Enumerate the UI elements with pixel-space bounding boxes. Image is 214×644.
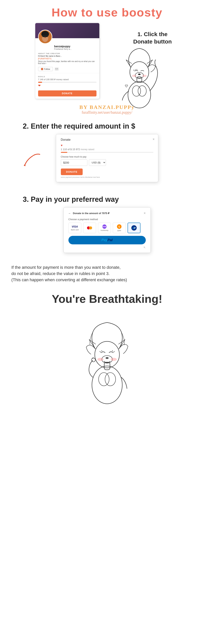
donate-button-card[interactable]: DONATE	[38, 90, 96, 96]
goals-section: GOALS 7 146 of 100 000 ₽ money raised ❤	[35, 74, 99, 89]
furry-character-step1	[101, 38, 177, 110]
svg-point-35	[97, 358, 103, 361]
bank-card-label: Bank card	[71, 229, 79, 231]
dialog-small-text: some payment processor terms disclaimer …	[61, 176, 153, 178]
svg-line-20	[135, 69, 136, 70]
dialog-input-row: USD ($)EUR (€)RUB (₽)	[61, 159, 153, 166]
step2-section: 2. Enter the required amount in $ Donate…	[0, 114, 214, 188]
profile-banner	[35, 23, 99, 38]
svg-point-33	[95, 342, 120, 368]
step2-header: 2. Enter the required amount in $	[11, 116, 203, 134]
page-title: How to use boosty	[0, 0, 214, 23]
visa-logo: VISA	[72, 225, 78, 228]
svg-point-36	[111, 358, 117, 361]
about-title: ABOUT THE CREATOR	[38, 52, 96, 54]
currency-select[interactable]: USD ($)EUR (€)RUB (₽)	[89, 159, 106, 166]
dialog-progress-fill	[61, 152, 67, 153]
svg-point-42	[91, 358, 95, 362]
profile-username: banzaipuppy	[54, 45, 97, 48]
svg-point-11	[41, 68, 43, 70]
cursor-indicator: ↖	[68, 244, 146, 249]
goals-amount: 7 146 of 100 000 ₽ money raised	[38, 78, 96, 81]
mastercard-icon	[87, 226, 92, 230]
payment-method-bankcard[interactable]: VISA Bank card	[68, 222, 81, 233]
follow-button[interactable]: Follow	[38, 67, 53, 71]
profile-follow-area: Follow	[35, 66, 99, 72]
back-arrow[interactable]: ←	[68, 212, 71, 215]
payment-method-youmoney[interactable]: ЮМ YooMoney	[98, 222, 111, 233]
svg-point-29	[92, 366, 122, 404]
breathtaking-text: You're Breathtaking!	[8, 292, 206, 306]
qiwi-icon: Q	[117, 224, 122, 229]
payment-method-mastercard[interactable]	[83, 222, 96, 233]
svg-point-17	[130, 62, 149, 82]
about-desc: Since you found this page, familiar with…	[38, 60, 96, 64]
watermark-area: BY BANZAI.PUPPy furaffinity.net/user/ban…	[35, 104, 179, 114]
message-icon[interactable]	[55, 68, 59, 70]
furaffinity-link[interactable]: [FURAFFINITY]	[38, 58, 96, 60]
watermark-url: furaffinity.net/user/banzai.puppy/	[35, 110, 179, 114]
youmoney-icon: ЮМ	[102, 224, 106, 229]
paypal-logo-text: PayPal	[101, 238, 113, 242]
warning-text: If the amount for payment is more than y…	[11, 264, 203, 283]
final-art-svg	[67, 311, 147, 410]
svg-point-15	[138, 86, 146, 96]
qiwi-label: QIWI	[117, 230, 121, 232]
step3-header: 3. Pay in your preferred way	[11, 190, 203, 207]
profile-card: banzaipuppy Freelance furry a... ABOUT T…	[35, 23, 99, 99]
profile-card-wrapper: banzaipuppy Freelance furry a... ABOUT T…	[35, 23, 179, 102]
payment-close-button[interactable]: ×	[144, 211, 146, 215]
avatar	[38, 30, 52, 44]
amount-input[interactable]	[61, 160, 87, 166]
step3-section: 3. Pay in your preferred way ← Donate in…	[0, 188, 214, 258]
svg-point-23	[132, 75, 137, 77]
dialog-title: Donate	[61, 138, 153, 142]
svg-point-30	[98, 372, 109, 386]
payment-dialog: ← Donate in the amount of 7075 ₽ × Choos…	[63, 207, 151, 253]
payment-method-paypal[interactable]: P P	[128, 222, 141, 233]
step1-section: banzaipuppy Freelance furry a... ABOUT T…	[0, 23, 214, 114]
furry-art-svg	[106, 46, 172, 110]
payment-methods-grid: VISA Bank card ЮМ YooMoney Q QIWI	[68, 222, 146, 233]
svg-line-39	[114, 351, 115, 352]
svg-point-31	[105, 372, 116, 386]
final-character	[8, 311, 206, 410]
heart-icon: ❤	[38, 84, 96, 88]
message-icon-svg	[55, 68, 58, 70]
profile-tagline: Freelance furry a...	[54, 48, 97, 50]
svg-line-38	[101, 350, 102, 352]
svg-point-41	[105, 357, 109, 359]
svg-line-19	[134, 70, 134, 71]
avatar-art	[39, 30, 52, 44]
paypal-logo-small: P P	[131, 225, 137, 230]
warning-text-section: If the amount for payment is more than y…	[0, 258, 214, 287]
follow-icon	[41, 68, 43, 70]
paypal-pay-button[interactable]: PayPal	[68, 236, 146, 244]
dialog-raised-text: 1 110 of $ 15 972 money raised	[61, 148, 153, 151]
dialog-heart: ♥	[61, 144, 153, 147]
goals-title: GOALS	[38, 76, 96, 78]
divider	[35, 73, 99, 73]
choose-method-label: Choose a payment method	[68, 218, 146, 221]
progress-bar-fill	[38, 82, 42, 83]
svg-line-37	[100, 351, 101, 352]
progress-bar	[38, 82, 96, 83]
svg-point-24	[142, 75, 147, 77]
step2-wrapper: Donate × ♥ 1 110 of $ 15 972 money raise…	[11, 134, 203, 182]
about-text: Hi there! My name is Banz...	[38, 55, 96, 57]
dialog-donate-button[interactable]: DONATE	[61, 168, 83, 175]
final-section: You're Breathtaking!	[0, 287, 214, 421]
payment-dialog-title: Donate in the amount of 7075 ₽	[73, 212, 110, 215]
watermark-name: BY BANZAI.PUPPy	[35, 104, 179, 110]
svg-text:P: P	[134, 226, 136, 230]
payment-dialog-header: ← Donate in the amount of 7075 ₽ ×	[68, 211, 146, 215]
svg-point-18	[135, 72, 144, 78]
dialog-progress-bar	[61, 152, 153, 153]
red-arrow-svg	[21, 152, 44, 168]
dialog-close-button[interactable]: ×	[153, 137, 155, 141]
payment-method-qiwi[interactable]: Q QIWI	[113, 222, 126, 233]
svg-point-10	[44, 37, 46, 38]
svg-point-22	[138, 74, 141, 75]
profile-about: ABOUT THE CREATOR Hi there! My name is B…	[35, 51, 99, 66]
dialog-input-label: Choose how much to pay	[61, 156, 153, 158]
